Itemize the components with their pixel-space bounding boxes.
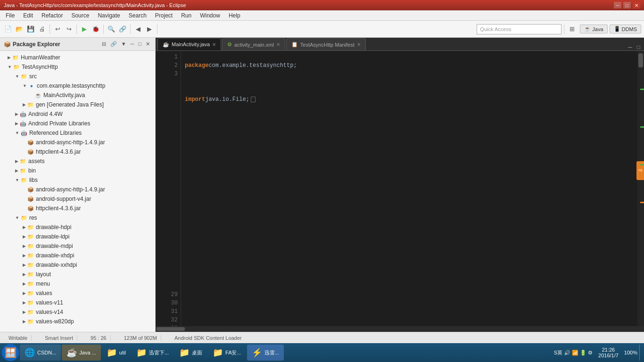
tree-item-async-jar-2[interactable]: ▶ 📦 android-async-http-1.4.9.jar [0,185,155,194]
sound-icon[interactable]: 🔊 [564,350,570,356]
taskbar-java[interactable]: ☕ Java ... [62,345,100,361]
tab-close[interactable]: ✕ [276,42,280,47]
tree-item-httpclient-jar-1[interactable]: ▶ 📦 httpclient-4.3.6.jar [0,147,155,156]
toolbar-search[interactable]: 🔍 [106,24,116,34]
toolbar-undo[interactable]: ↩ [52,24,63,34]
toolbar-print[interactable]: 🖨 [37,24,47,34]
taskbar-util[interactable]: 📁 util [102,345,131,361]
toolbar-prev[interactable]: ◀ [133,24,143,34]
tab-maximize[interactable]: □ [635,44,642,50]
tab-activity-main-xml[interactable]: ⚙ activity_main.xml ✕ [222,38,285,50]
csdn-label: CSDN... [37,350,56,355]
tree-item-drawable-xxhdpi[interactable]: ▶ 📁 drawable-xxhdpi [0,260,155,270]
tree-item-testasynchttp[interactable]: ▼ 📁 TestAsyncHttp [0,62,155,72]
tree-item-gen[interactable]: ▶ 📁 gen [Generated Java Files] [0,100,155,109]
tree-item-android-private[interactable]: ▶ 🤖 Android Private Libraries [0,119,155,128]
code-line-1: package com.example.testasynchttp; [185,61,634,70]
menu-source[interactable]: Source [67,11,93,20]
tree-item-httpclient-jar-2[interactable]: ▶ 📦 httpclient-4.3.6.jar [0,204,155,213]
tree-item-drawable-hdpi[interactable]: ▶ 📁 drawable-hdpi [0,222,155,232]
editor-right-gutter[interactable]: 76 [637,51,644,326]
tree-item-android44w[interactable]: ▶ 🤖 Android 4.4W [0,109,155,119]
tree-item-src[interactable]: ▼ 📁 src [0,72,155,81]
toolbar-debug[interactable]: 🐞 [91,24,101,34]
pkg-close[interactable]: ✕ [144,41,151,48]
menu-navigate[interactable]: Navigate [94,11,124,20]
tree-item-referenced-libs[interactable]: ▼ 🤖 Referenced Libraries [0,128,155,138]
taskbar-fa[interactable]: 📁 FA安... [208,345,246,361]
menu-refactor[interactable]: Refactor [38,11,66,20]
network-icon[interactable]: 📶 [572,350,578,356]
lang-icon[interactable]: S英 [554,349,562,356]
pkg-menu[interactable]: ▼ [120,41,128,48]
code-content[interactable]: package com.example.testasynchttp; impor… [181,51,637,326]
settings-tray[interactable]: ⚙ [588,350,593,356]
tree-label: TestAsyncHttp [22,64,58,70]
tree-item-package[interactable]: ▼ ● com.example.testasynchttp [0,81,155,90]
show-desktop[interactable] [639,345,642,361]
java-perspective-btn[interactable]: ☕ Java [580,25,607,33]
pkg-minimize[interactable]: ─ [129,41,136,48]
tree-item-bin[interactable]: ▶ 📁 bin [0,166,155,175]
tree-item-menu[interactable]: ▶ 📁 menu [0,279,155,288]
taskbar-xunlei[interactable]: ⚡ 迅雷... [247,345,284,361]
menu-project[interactable]: Project [151,11,176,20]
tree-item-assets[interactable]: ▶ 📁 assets [0,156,155,166]
tree-item-values-w820dp[interactable]: ▶ 📁 values-w820dp [0,317,155,326]
toolbar-ref[interactable]: 🔗 [117,24,128,34]
menu-file[interactable]: File [2,11,18,20]
toolbar-perspective[interactable]: ⊞ [567,24,577,34]
toolbar-redo[interactable]: ↪ [64,24,74,34]
pkg-maximize[interactable]: □ [137,41,143,48]
menu-help[interactable]: Help [225,11,244,20]
battery-icon[interactable]: 🔋 [580,350,586,356]
tree-item-mainactivity[interactable]: ▶ ☕ MainActivity.java [0,90,155,100]
toolbar-save[interactable]: 💾 [25,24,36,34]
taskbar-desktop[interactable]: 📁 桌面 [174,345,207,361]
tree-item-drawable-xhdpi[interactable]: ▶ 📁 drawable-xhdpi [0,251,155,260]
hscroll-thumb[interactable] [157,327,185,331]
maximize-button[interactable]: □ [623,2,631,8]
time: 21:26 [598,347,619,353]
pkg-collapse-all[interactable]: ⊟ [100,41,107,48]
editor-hscrollbar[interactable] [156,326,644,332]
tree-item-values[interactable]: ▶ 📁 values [0,288,155,298]
menu-edit[interactable]: Edit [19,11,37,20]
tree-item-values-v14[interactable]: ▶ 📁 values-v14 [0,307,155,317]
clock[interactable]: 21:26 2016/1/7 [594,347,622,358]
tree-label: gen [Generated Java Files] [36,101,104,108]
tree-item-async-jar-1[interactable]: ▶ 📦 android-async-http-1.4.9.jar [0,138,155,147]
toolbar-open[interactable]: 📂 [14,24,25,34]
menu-window[interactable]: Window [196,11,224,20]
ddms-perspective-btn[interactable]: 📱 DDMS [610,25,641,33]
taskbar-csdn[interactable]: 🌐 CSDN... [20,345,61,361]
tab-mainactivity[interactable]: ☕ MainActivity.java ✕ [157,38,221,50]
tree-item-res[interactable]: ▼ 📁 res [0,213,155,222]
menu-search[interactable]: Search [125,11,150,20]
code-editor[interactable]: 1232930313233343536373839404142434445464… [156,51,644,326]
start-button[interactable]: 🪟 [2,344,19,361]
tab-manifest[interactable]: 📋 TestAsyncHttp Manifest ✕ [286,38,366,50]
tab-close[interactable]: ✕ [357,42,361,47]
tab-close[interactable]: ✕ [212,42,216,47]
tab-minimize[interactable]: ─ [626,44,634,50]
quick-access-field[interactable]: Quick Access [477,24,561,34]
pkg-link[interactable]: 🔗 [109,41,118,48]
right-scroll-thumb[interactable] [638,53,643,67]
toolbar-next[interactable]: ▶ [144,24,155,34]
code-line-blank-4 [185,163,634,172]
taskbar-xunlei-dl[interactable]: 📁 迅雷下... [132,345,173,361]
close-button[interactable]: ✕ [633,2,640,8]
tree-item-layout[interactable]: ▶ 📁 layout [0,270,155,279]
tree-item-values-v11[interactable]: ▶ 📁 values-v11 [0,298,155,307]
tree-item-drawable-ldpi[interactable]: ▶ 📁 drawable-ldpi [0,232,155,241]
minimize-button[interactable]: ─ [614,2,621,8]
menu-run[interactable]: Run [177,11,195,20]
window-controls[interactable]: ─ □ ✕ [614,2,640,8]
tree-item-humanweather[interactable]: ▶ 📁 HumanWeather [0,53,155,62]
tree-item-support-jar[interactable]: ▶ 📦 android-support-v4.jar [0,194,155,204]
tree-item-libs[interactable]: ▼ 📁 libs [0,175,155,185]
toolbar-new[interactable]: 📄 [3,24,13,34]
tree-item-drawable-mdpi[interactable]: ▶ 📁 drawable-mdpi [0,241,155,251]
toolbar-run[interactable]: ▶ [79,24,90,34]
